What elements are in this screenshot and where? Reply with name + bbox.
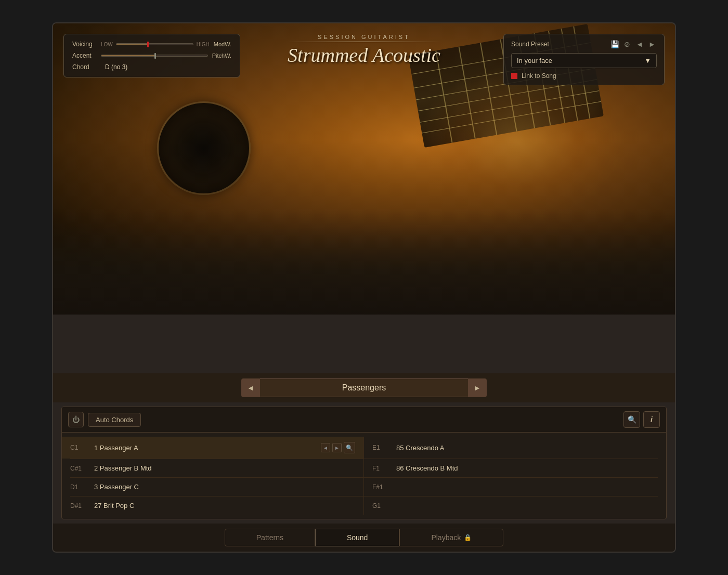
key-d1: D1: [70, 483, 86, 491]
toolbar-left: ⏻ Auto Chords: [68, 412, 141, 427]
accent-row: Accent PitchW.: [72, 52, 231, 59]
preset-header: Sound Preset 💾 ⊘ ◄ ►: [511, 40, 657, 49]
key-d1s: D#1: [70, 502, 86, 509]
accent-label: Accent: [72, 52, 101, 59]
pattern-list: C1 1 Passenger A ◄ ► 🔍 E1 85 Crescendo A: [62, 433, 666, 519]
tab-sound-label: Sound: [347, 533, 368, 542]
link-to-song: Link to Song: [511, 72, 657, 80]
info-icon: i: [651, 415, 653, 424]
preset-label: Sound Preset: [511, 41, 549, 48]
key-e1: E1: [372, 444, 388, 451]
key-c1s: C#1: [70, 465, 86, 472]
preset-icons: 💾 ⊘ ◄ ►: [610, 40, 657, 49]
tab-patterns[interactable]: Patterns: [225, 529, 315, 546]
power-icon: ⏻: [72, 415, 80, 424]
pitchw-button[interactable]: PitchW.: [212, 53, 231, 59]
pattern-cell-e1[interactable]: E1 85 Crescendo A: [364, 437, 666, 459]
pattern-name-1-passenger-a: 1 Passenger A: [94, 444, 313, 452]
toolbar-right: 🔍 i: [623, 411, 660, 428]
tab-bar: Patterns Sound Playback 🔒: [53, 524, 675, 552]
row-next-btn-c1[interactable]: ►: [332, 443, 342, 452]
table-row: D1 3 Passenger C F#1: [62, 478, 666, 496]
pattern-cell-d1s[interactable]: D#1 27 Brit Pop C: [62, 496, 364, 515]
row-prev-btn-c1[interactable]: ◄: [321, 443, 330, 452]
voicing-track[interactable]: [116, 43, 193, 45]
table-row: D#1 27 Brit Pop C G1: [62, 496, 666, 515]
pattern-name-text: Passengers: [342, 383, 386, 393]
info-button[interactable]: i: [643, 411, 660, 428]
toolbar: ⏻ Auto Chords 🔍 i: [62, 407, 666, 433]
preset-cancel-icon[interactable]: ⊘: [622, 40, 632, 49]
preset-current-value: In your face: [517, 57, 552, 64]
bottom-section: ◄ Passengers ► ⏻ Auto Chords: [53, 373, 675, 552]
chord-value: D (no 3): [105, 63, 127, 71]
link-to-song-indicator[interactable]: [511, 73, 517, 79]
key-f1s: F#1: [372, 483, 388, 491]
pattern-next-button[interactable]: ►: [468, 378, 487, 397]
voicing-slider[interactable]: LOW HIGH: [101, 42, 210, 47]
preset-prev-icon[interactable]: ◄: [635, 40, 644, 49]
tab-playback-label: Playback: [431, 533, 461, 542]
title-section: SESSION GUITARIST Strummed Acoustic: [288, 34, 440, 67]
sound-preset-panel: Sound Preset 💾 ⊘ ◄ ► In your face ▼ Link…: [503, 34, 665, 85]
accent-fill: [101, 55, 154, 56]
strummed-acoustic-text: Strummed Acoustic: [288, 44, 440, 66]
pattern-cell-d1[interactable]: D1 3 Passenger C: [62, 478, 364, 496]
pattern-name-27-brit-pop-c: 27 Brit Pop C: [94, 502, 355, 509]
auto-chords-button[interactable]: Auto Chords: [88, 413, 141, 427]
row-search-btn-c1[interactable]: 🔍: [344, 442, 355, 453]
pattern-name-85-crescendo-a: 85 Crescendo A: [396, 444, 658, 452]
tab-playback[interactable]: Playback 🔒: [399, 529, 503, 546]
tab-sound[interactable]: Sound: [315, 529, 399, 546]
plugin-container: Voicing LOW HIGH ModW. Accent PitchW.: [52, 22, 676, 553]
pattern-cell-g1[interactable]: G1: [364, 496, 666, 515]
key-c1: C1: [70, 444, 86, 451]
table-row: C#1 2 Passenger B Mtd F1 86 Crescendo B …: [62, 459, 666, 477]
pattern-cell-f1[interactable]: F1 86 Crescendo B Mtd: [364, 459, 666, 477]
power-button[interactable]: ⏻: [68, 412, 84, 427]
pattern-cell-f1s[interactable]: F#1: [364, 478, 666, 496]
pattern-prev-button[interactable]: ◄: [241, 378, 260, 397]
accent-slider[interactable]: [101, 55, 208, 57]
voicing-low-label: LOW: [101, 42, 113, 47]
key-f1: F1: [372, 465, 388, 472]
pattern-name-2-passenger-b-mtd: 2 Passenger B Mtd: [94, 464, 355, 472]
search-icon: 🔍: [628, 415, 636, 424]
session-guitarist-text: SESSION GUITARIST: [288, 34, 440, 40]
lock-icon: 🔒: [464, 534, 472, 541]
main-content: ⏻ Auto Chords 🔍 i: [61, 407, 667, 519]
voicing-thumb: [147, 42, 149, 47]
tab-patterns-label: Patterns: [256, 533, 283, 542]
search-button[interactable]: 🔍: [623, 411, 640, 428]
key-g1: G1: [372, 502, 388, 509]
modw-button[interactable]: ModW.: [214, 41, 231, 47]
link-to-song-label: Link to Song: [522, 72, 556, 80]
pattern-selector: ◄ Passengers ►: [53, 373, 675, 402]
voicing-label: Voicing: [72, 41, 101, 48]
accent-track[interactable]: [101, 55, 208, 57]
top-panel: Voicing LOW HIGH ModW. Accent PitchW.: [63, 34, 240, 77]
pattern-name-display: Passengers: [260, 378, 468, 397]
table-row: C1 1 Passenger A ◄ ► 🔍 E1 85 Crescendo A: [62, 437, 666, 459]
pattern-cell-c1s[interactable]: C#1 2 Passenger B Mtd: [62, 459, 364, 477]
chord-label: Chord: [72, 63, 101, 71]
dropdown-arrow-icon: ▼: [644, 57, 651, 64]
pattern-name-3-passenger-c: 3 Passenger C: [94, 483, 355, 491]
preset-save-icon[interactable]: 💾: [610, 40, 619, 49]
preset-dropdown[interactable]: In your face ▼: [511, 53, 657, 68]
voicing-row: Voicing LOW HIGH ModW.: [72, 41, 231, 48]
title-line: [288, 42, 440, 42]
chord-row: Chord D (no 3): [72, 63, 231, 71]
preset-next-icon[interactable]: ►: [647, 40, 657, 49]
accent-thumb: [154, 53, 156, 59]
row-controls-c1: ◄ ► 🔍: [321, 442, 355, 453]
voicing-fill: [116, 44, 147, 45]
pattern-cell-c1[interactable]: C1 1 Passenger A ◄ ► 🔍: [62, 437, 364, 459]
auto-chords-label: Auto Chords: [96, 416, 133, 424]
voicing-high-label: HIGH: [197, 42, 210, 47]
pattern-name-86-crescendo-b-mtd: 86 Crescendo B Mtd: [396, 464, 658, 472]
